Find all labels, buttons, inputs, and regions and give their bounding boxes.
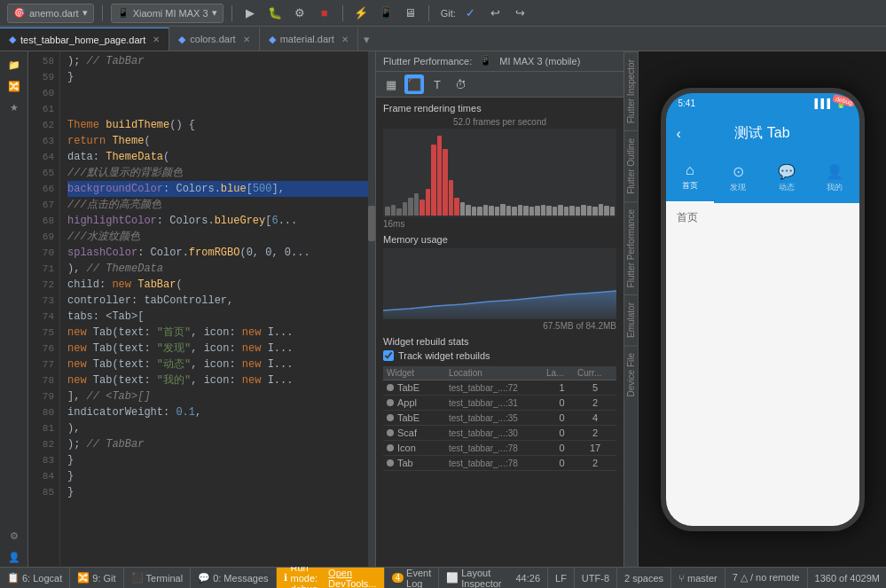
info-icon: ℹ [284, 572, 287, 584]
widget-cell: Icon [387, 443, 449, 453]
perf-clock-btn[interactable]: ⏱ [451, 74, 470, 94]
toolbar-sep-4 [428, 5, 429, 21]
toolbar-sep-1 [102, 5, 103, 21]
table-row[interactable]: Scaf test_tabbar_...:30 0 2 [383, 426, 616, 441]
perf-toolbar: ▦ ⬛ T ⏱ [376, 72, 623, 98]
stop-button[interactable]: ■ [315, 4, 334, 23]
widget-current: 2 [577, 458, 613, 468]
widget-dot [387, 384, 394, 391]
line-numbers: 58596061 62636465 66676869 70717273 7475… [28, 51, 60, 567]
device-dropdown[interactable]: 📱 Xiaomi MI MAX 3 ▾ [111, 4, 223, 23]
tab-colors[interactable]: ◆ colors.dart ✕ [169, 27, 259, 51]
logcat-status[interactable]: 📋 6: Logcat [0, 568, 70, 589]
widget-name: TabE [397, 412, 419, 423]
widget-cell: Scaf [387, 427, 449, 438]
project-tree-icon[interactable]: 📁 [4, 55, 24, 74]
flash-button[interactable]: ⚡ [351, 4, 371, 23]
vcs-icon[interactable]: 🔀 [4, 76, 24, 96]
widget-last: 0 [546, 412, 577, 423]
git-status-item[interactable]: 🔀 9: Git [70, 568, 123, 589]
encoding-label: LF [555, 573, 567, 584]
charset-status: UTF-8 [575, 568, 617, 589]
scrollbar[interactable] [368, 51, 375, 567]
git-branch-status[interactable]: ⑂ master [671, 568, 725, 589]
position-label: 44:26 [515, 573, 540, 584]
phone-button[interactable]: 📱 [376, 4, 396, 23]
close-tab-1[interactable]: ✕ [153, 35, 160, 44]
git-checkmark-button[interactable]: ✓ [461, 4, 481, 23]
run-button[interactable]: ▶ [240, 4, 260, 23]
user-icon[interactable]: 👤 [4, 547, 24, 567]
project-dropdown-label: anemo.dart [29, 8, 79, 19]
settings-sidebar-icon[interactable]: ⚙ [4, 526, 24, 545]
flutter-performance-tab[interactable]: Flutter Performance [624, 201, 639, 294]
frame-bar [599, 204, 604, 216]
layout-inspector-status[interactable]: ⬜ Layout Inspector [438, 568, 508, 589]
frame-bar [477, 207, 482, 216]
run-mode-warning: ℹ Run mode: debug Open DevTools... [277, 568, 384, 589]
widget-cell: Appl [387, 397, 449, 408]
terminal-status[interactable]: ⬛ Terminal [124, 568, 192, 589]
table-row[interactable]: Tab test_tabbar_...:78 0 2 [383, 456, 616, 471]
widget-name: Scaf [397, 427, 417, 438]
phone-tab-mine[interactable]: 👤 我的 [811, 153, 859, 203]
back-arrow-icon[interactable]: ‹ [677, 126, 681, 142]
phone-tab-discover[interactable]: ⊙ 发现 [714, 153, 763, 203]
widget-location: test_tabbar_...:78 [449, 459, 546, 468]
perf-timing-btn[interactable]: T [427, 74, 447, 94]
attach-button[interactable]: ⚙ [290, 4, 310, 23]
frame-rendering-section: Frame rendering times 52.0 frames per se… [376, 98, 623, 229]
frame-bar [610, 207, 615, 216]
tab-material[interactable]: ◆ material.dart ✕ [260, 27, 358, 51]
widget-last: 0 [546, 443, 577, 453]
status-bar-right: 4 Event Log ⬜ Layout Inspector 44:26 LF … [384, 568, 886, 589]
git-icon: 🔀 [77, 572, 90, 584]
col-location: Location [449, 368, 546, 378]
perf-frame-btn[interactable]: ⬛ [404, 74, 424, 94]
table-row[interactable]: Icon test_tabbar_...:78 0 17 [383, 441, 616, 456]
emulator-tab[interactable]: Emulator [624, 294, 639, 345]
messages-status[interactable]: 💬 0: Messages [191, 568, 276, 589]
table-row[interactable]: Appl test_tabbar_...:31 0 2 [383, 396, 616, 411]
open-devtools-link[interactable]: Open DevTools... [328, 568, 376, 589]
debug-button[interactable]: 🐛 [265, 4, 285, 23]
git-label: Git: [441, 8, 456, 19]
undo-button[interactable]: ↩ [486, 4, 506, 23]
perf-bar-chart-btn[interactable]: ▦ [381, 74, 401, 94]
memory-title: Memory usage [383, 234, 616, 245]
layout-inspector-label: Layout Inspector [461, 568, 501, 589]
table-row[interactable]: TabE test_tabbar_...:35 0 4 [383, 411, 616, 426]
frame-bar [546, 206, 552, 216]
widget-cell: Tab [387, 458, 449, 468]
emulator-button[interactable]: 🖥 [401, 4, 420, 23]
close-tab-3[interactable]: ✕ [341, 35, 349, 44]
frame-bar [604, 206, 609, 216]
project-dropdown[interactable]: 🎯 anemo.dart ▾ [7, 4, 94, 23]
col-widget: Widget [387, 368, 449, 378]
phone-tab-dynamic-label: 动态 [779, 182, 795, 193]
indent-label: 2 spaces [624, 573, 663, 584]
device-icon: 📱 [117, 7, 129, 19]
toolbar-sep-3 [342, 5, 343, 21]
close-tab-2[interactable]: ✕ [243, 35, 250, 44]
favorites-icon[interactable]: ★ [4, 98, 24, 117]
more-tabs-button[interactable]: ▾ [358, 27, 375, 51]
memory-chart-svg [383, 248, 616, 319]
phone-tab-home[interactable]: ⌂ 首页 [666, 153, 715, 203]
frame-bar [592, 207, 598, 216]
track-widget-rebuilds-checkbox[interactable] [383, 350, 394, 361]
widget-current: 17 [577, 443, 613, 453]
scroll-thumb[interactable] [368, 206, 375, 241]
event-log-status[interactable]: 4 Event Log [384, 568, 439, 589]
tab-test-tabbar[interactable]: ◆ test_tabbar_home_page.dart ✕ [0, 27, 169, 51]
redo-button[interactable]: ↪ [511, 4, 530, 23]
flutter-outline-tab[interactable]: Flutter Outline [624, 130, 639, 201]
device-file-tab[interactable]: Device File [624, 345, 639, 404]
code-lines[interactable]: ); // TabBar } Theme buildTheme() { retu… [60, 51, 375, 567]
frame-time-label: 16ms [383, 219, 616, 229]
frame-bar [512, 207, 517, 216]
phone-tab-dynamic[interactable]: 💬 动态 [763, 153, 812, 203]
phone-frame: debug 5:41 ▌▌▌ 🔋 ‹ 测试 Tab ⌂ 首页 ⊙ 发现 [661, 88, 865, 531]
flutter-inspector-tab[interactable]: Flutter Inspector [624, 51, 639, 130]
table-row[interactable]: TabE test_tabbar_...:72 1 5 [383, 380, 616, 396]
